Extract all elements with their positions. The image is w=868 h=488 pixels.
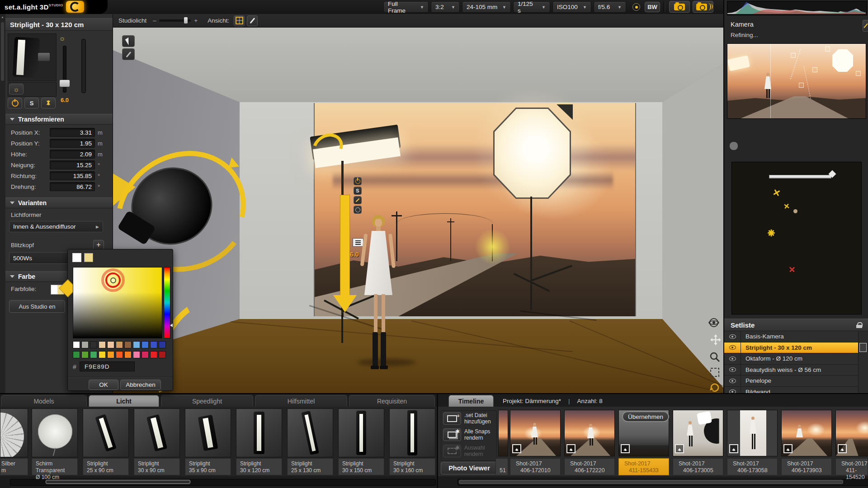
export-icon[interactable] — [675, 444, 684, 453]
selection-handle[interactable] — [825, 47, 830, 52]
tab-models[interactable]: Models — [1, 395, 87, 407]
timeline-scroll-thumb[interactable] — [459, 480, 843, 484]
studio-3d-viewport[interactable]: S 6.0 — [113, 28, 723, 393]
hex-input[interactable]: F9E89D — [80, 361, 135, 371]
selection-handle[interactable] — [799, 83, 804, 88]
selection-handle[interactable] — [812, 67, 817, 72]
tab-licht[interactable]: Licht — [89, 395, 159, 407]
color-swatch[interactable] — [116, 341, 123, 348]
burst-photo-button[interactable] — [693, 1, 713, 13]
add-flash-head-button[interactable]: + — [93, 240, 104, 250]
setliste-scrollbar[interactable] — [858, 331, 868, 393]
grid-view-button[interactable] — [234, 15, 245, 26]
selection-handle[interactable] — [835, 59, 840, 64]
intensity-slider-handle[interactable] — [59, 80, 70, 87]
bw-toggle-button[interactable]: BW — [645, 2, 660, 12]
floor-plan-view[interactable] — [731, 162, 862, 314]
color-swatch[interactable] — [159, 351, 166, 358]
shot-thumb[interactable] — [781, 410, 832, 456]
color-swatch[interactable] — [81, 341, 89, 348]
light-menu-chip[interactable] — [353, 238, 363, 247]
select-tool-button[interactable] — [122, 35, 135, 47]
shot-thumb[interactable] — [510, 410, 561, 456]
light-item-thumb[interactable] — [134, 408, 180, 457]
photo-viewer-button[interactable]: Photo Viewer — [441, 462, 498, 474]
current-color-swatch[interactable] — [72, 253, 81, 262]
aspect-ratio-dropdown[interactable]: 3:2▼ — [431, 1, 460, 13]
slider-minus[interactable]: – — [153, 17, 156, 24]
color-swatch[interactable] — [73, 351, 80, 358]
saturation-value-field[interactable] — [73, 267, 162, 338]
light-power-chip[interactable] — [354, 177, 362, 185]
color-swatch[interactable] — [133, 341, 140, 348]
scroll-up-icon[interactable]: ▲ — [1, 15, 4, 19]
hue-marker[interactable] — [170, 324, 173, 327]
uebernehmen-button[interactable]: Übernehmen — [622, 411, 669, 422]
shutter-speed-dropdown[interactable]: 1/125 s▼ — [513, 1, 550, 13]
setliste-item-oktaform[interactable]: Oktaform - Ø 120 cm — [724, 353, 858, 365]
light-item-thumb[interactable] — [389, 408, 435, 457]
tab-speedlight[interactable]: Speedlight — [161, 395, 253, 407]
position-x-field[interactable]: 3.31 — [50, 128, 95, 137]
setliste-item-bildwand[interactable]: Bildwand — [724, 387, 858, 394]
export-icon[interactable] — [729, 444, 738, 453]
gizmo-arrow-head[interactable] — [333, 295, 357, 312]
light-item-thumb[interactable] — [185, 408, 231, 457]
hoehe-field[interactable]: 2.09 — [50, 150, 95, 159]
visibility-toggle[interactable] — [724, 375, 741, 386]
light-target-chip[interactable] — [354, 206, 362, 214]
tab-timeline[interactable]: Timeline — [448, 395, 494, 407]
color-swatch[interactable] — [124, 341, 132, 348]
color-swatch[interactable] — [99, 351, 106, 358]
scrollbar-thumb[interactable] — [1, 22, 4, 81]
tab-requisiten[interactable]: Requisiten — [349, 395, 435, 407]
drehung-field[interactable]: 86.72 — [50, 182, 95, 191]
visibility-toggle[interactable] — [724, 365, 741, 375]
lens-dropdown[interactable]: 24-105 mm▼ — [462, 1, 511, 13]
light-item-thumb[interactable] — [236, 408, 282, 457]
edit-camera-button[interactable] — [863, 20, 868, 32]
visibility-toggle[interactable] — [724, 331, 741, 342]
light-item-thumb[interactable] — [338, 408, 384, 457]
plan-light-icon[interactable] — [783, 202, 790, 210]
visibility-toggle[interactable] — [724, 387, 741, 394]
studiolicht-slider[interactable] — [159, 19, 191, 22]
plan-camera-icon[interactable] — [789, 266, 795, 272]
stand-button[interactable] — [41, 98, 56, 108]
light-item-thumb[interactable] — [83, 408, 129, 457]
export-icon[interactable] — [512, 444, 521, 453]
lichtformer-dropdown[interactable]: Innen & Aussendiffusor▶ — [9, 221, 103, 232]
add-set-file-button[interactable]: + .set Datei hinzufügen — [443, 412, 496, 425]
browser-scrollbar[interactable] — [10, 479, 436, 486]
color-swatch[interactable] — [107, 351, 114, 358]
setliste-item-striplight[interactable]: Striplight - 30 x 120 cm — [724, 343, 858, 354]
richtung-field[interactable]: 135.85 — [50, 171, 95, 180]
plan-light-icon[interactable] — [772, 188, 782, 197]
new-color-swatch[interactable] — [84, 253, 93, 262]
draw-view-button[interactable] — [247, 15, 258, 26]
color-swatch[interactable] — [90, 351, 97, 358]
render-all-snaps-button[interactable]: ✱ Alle Snaps rendern — [443, 428, 496, 441]
color-swatch[interactable] — [107, 341, 114, 348]
iso-dropdown[interactable]: ISO100▼ — [552, 1, 591, 13]
modeling-light-icon[interactable]: ☼ — [9, 84, 24, 94]
export-icon[interactable] — [566, 444, 576, 453]
shot-thumb[interactable] — [835, 410, 868, 456]
tab-hilfsmittel[interactable]: Hilfsmittel — [255, 395, 347, 407]
light-item-thumb[interactable] — [0, 408, 28, 457]
visibility-toggle[interactable] — [724, 353, 741, 364]
draw-tool-button[interactable] — [122, 48, 135, 60]
plan-light-icon[interactable] — [767, 229, 775, 237]
gizmo-arrow-shaft[interactable] — [340, 195, 350, 296]
color-swatch[interactable] — [81, 351, 89, 358]
timeline-scrollbar[interactable] — [458, 479, 868, 486]
light-item-thumb[interactable] — [32, 408, 78, 457]
shot-thumb[interactable] — [673, 410, 723, 456]
browser-scroll-thumb[interactable] — [46, 480, 190, 484]
export-icon[interactable] — [838, 444, 847, 453]
shot-thumb[interactable] — [727, 410, 778, 456]
slider-plus[interactable]: + — [194, 17, 198, 24]
position-y-field[interactable]: 1.95 — [50, 139, 95, 148]
cancel-button[interactable]: Abbrechen — [120, 380, 161, 390]
frame-view-button[interactable] — [709, 366, 721, 378]
